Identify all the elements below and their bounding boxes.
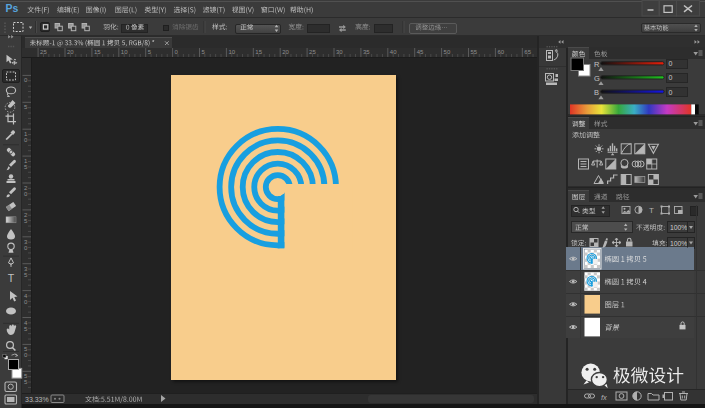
svg-text:55: 55 <box>471 49 478 55</box>
svg-text:0: 0 <box>669 60 673 67</box>
svg-text:60: 60 <box>497 49 504 55</box>
svg-text:5: 5 <box>24 164 28 170</box>
svg-text:65: 65 <box>524 49 531 55</box>
svg-text:45: 45 <box>417 49 424 55</box>
svg-text:T: T <box>8 272 15 284</box>
svg-text:G: G <box>594 74 600 83</box>
svg-text:25: 25 <box>40 49 47 55</box>
svg-text:5: 5 <box>24 272 28 278</box>
svg-text:100%: 100% <box>670 240 687 247</box>
svg-text:0: 0 <box>24 245 28 251</box>
svg-text:0: 0 <box>24 137 28 143</box>
svg-text:20: 20 <box>282 49 289 55</box>
svg-text:T: T <box>649 206 654 215</box>
svg-text:0: 0 <box>24 352 28 358</box>
svg-text:5: 5 <box>148 49 152 55</box>
svg-text:20: 20 <box>67 49 74 55</box>
svg-text:0: 0 <box>669 89 673 96</box>
svg-text:R: R <box>594 60 600 69</box>
svg-text:100%: 100% <box>670 224 687 231</box>
svg-text:B: B <box>594 88 599 97</box>
svg-text:50: 50 <box>444 49 451 55</box>
svg-text:0: 0 <box>24 299 28 305</box>
svg-text:25: 25 <box>309 49 316 55</box>
svg-text:5: 5 <box>24 218 28 224</box>
svg-text:0: 0 <box>175 49 179 55</box>
svg-text:10: 10 <box>228 49 235 55</box>
svg-text:0: 0 <box>24 191 28 197</box>
svg-text:5: 5 <box>24 379 28 385</box>
svg-text:5: 5 <box>24 104 28 110</box>
svg-text:15: 15 <box>255 49 262 55</box>
svg-text:0: 0 <box>669 74 673 81</box>
svg-text:33.33%: 33.33% <box>25 396 49 403</box>
svg-text:30: 30 <box>336 49 343 55</box>
svg-text:40: 40 <box>390 49 397 55</box>
svg-text:35: 35 <box>363 49 370 55</box>
svg-text:fx: fx <box>601 393 607 402</box>
svg-text:15: 15 <box>94 49 101 55</box>
svg-text:0: 0 <box>24 77 28 83</box>
svg-text:5: 5 <box>24 326 28 332</box>
svg-text:5: 5 <box>202 49 206 55</box>
svg-text:10: 10 <box>121 49 128 55</box>
svg-text:Ps: Ps <box>6 2 19 14</box>
